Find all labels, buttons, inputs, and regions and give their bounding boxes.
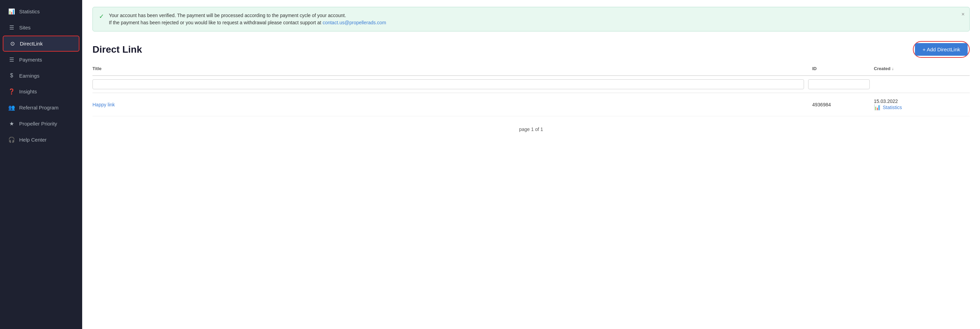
priority-icon: ★ <box>8 120 15 127</box>
sidebar-label-earnings: Earnings <box>19 73 40 79</box>
directlink-icon: ⊙ <box>9 40 16 47</box>
add-directlink-button[interactable]: + Add DirectLink <box>915 43 968 56</box>
sidebar-label-payments: Payments <box>19 57 42 63</box>
title-filter-input[interactable] <box>92 79 804 89</box>
statistics-link[interactable]: 📊 Statistics <box>874 104 970 111</box>
cell-id: 4936984 <box>812 102 874 108</box>
statistics-icon: 📊 <box>8 8 15 15</box>
table-header: Title ID Created ↓ <box>92 65 970 76</box>
alert-text: Your account has been verified. The paym… <box>109 12 386 26</box>
sidebar-label-help: Help Center <box>19 137 46 142</box>
cell-created: 15.03.2022 📊 Statistics <box>874 98 970 111</box>
page-title: Direct Link <box>92 44 142 55</box>
insights-icon: ❓ <box>8 88 15 95</box>
alert-email[interactable]: contact.us@propellerads.com <box>323 20 386 25</box>
help-icon: 🎧 <box>8 136 15 143</box>
alert-line2: If the payment has been rejected or you … <box>109 20 323 25</box>
sidebar-item-directlink[interactable]: ⊙ DirectLink <box>3 36 80 52</box>
cell-title: Happy link <box>92 102 812 108</box>
happy-link[interactable]: Happy link <box>92 102 115 108</box>
col-header-created: Created ↓ <box>874 65 970 73</box>
sidebar-label-insights: Insights <box>19 89 37 94</box>
pagination-label: page 1 of 1 <box>519 127 543 132</box>
sidebar-label-statistics: Statistics <box>19 9 40 14</box>
sidebar-label-priority: Propeller Priority <box>19 121 57 127</box>
col-header-title: Title <box>92 65 812 73</box>
earnings-icon: $ <box>8 73 15 79</box>
referral-icon: 👥 <box>8 104 15 111</box>
sites-icon: ☰ <box>8 24 15 31</box>
statistics-icon: 📊 <box>874 104 881 111</box>
sidebar-label-sites: Sites <box>19 25 30 30</box>
table-container: Title ID Created ↓ Happy link 4936984 15… <box>82 65 980 116</box>
sidebar-label-referral: Referral Program <box>19 104 59 111</box>
alert-close-button[interactable]: × <box>961 11 964 17</box>
sidebar-item-statistics[interactable]: 📊 Statistics <box>0 3 82 19</box>
payments-icon: ☰ <box>8 57 15 63</box>
alert-line1: Your account has been verified. The paym… <box>109 13 346 18</box>
page-header: Direct Link + Add DirectLink <box>82 32 980 65</box>
sidebar-item-help[interactable]: 🎧 Help Center <box>0 132 82 148</box>
col-header-id: ID <box>812 65 874 73</box>
pagination: page 1 of 1 <box>82 116 980 142</box>
sidebar-item-referral[interactable]: 👥 Referral Program <box>0 100 82 115</box>
table-row: Happy link 4936984 15.03.2022 📊 Statisti… <box>92 93 970 116</box>
sidebar: 📊 Statistics☰ Sites⊙ DirectLink☰ Payment… <box>0 0 82 329</box>
check-icon: ✓ <box>99 13 104 20</box>
sidebar-label-directlink: DirectLink <box>20 41 43 46</box>
sidebar-item-payments[interactable]: ☰ Payments <box>0 52 82 68</box>
id-filter-input[interactable] <box>808 79 870 89</box>
sidebar-item-sites[interactable]: ☰ Sites <box>0 19 82 36</box>
sidebar-item-earnings[interactable]: $ Earnings <box>0 68 82 84</box>
table-filter-row <box>92 76 970 93</box>
main-content: ✓ Your account has been verified. The pa… <box>82 0 980 329</box>
alert-banner: ✓ Your account has been verified. The pa… <box>92 7 970 32</box>
sidebar-item-priority[interactable]: ★ Propeller Priority <box>0 115 82 132</box>
sort-arrow-icon[interactable]: ↓ <box>892 66 894 71</box>
sidebar-item-insights[interactable]: ❓ Insights <box>0 84 82 100</box>
add-directlink-btn-wrapper: + Add DirectLink <box>913 41 970 58</box>
